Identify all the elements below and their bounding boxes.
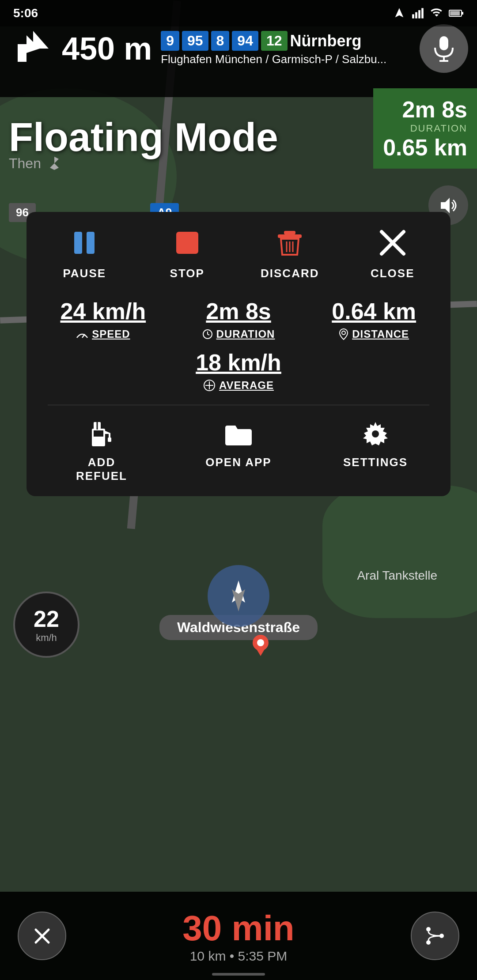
modal-divider [48, 405, 429, 405]
svg-point-42 [426, 927, 431, 931]
close-icon [377, 227, 408, 258]
current-speed: 22 [34, 606, 59, 632]
eta-time: 5:35 PM [238, 949, 288, 963]
then-arrow-icon [45, 155, 63, 172]
svg-rect-29 [108, 437, 111, 442]
route-sign-12: 12 [261, 31, 288, 51]
open-app-button[interactable]: OPEN APP [172, 418, 305, 483]
distance-label-row: DISTANCE [339, 328, 409, 340]
close-icon-container [375, 225, 410, 260]
pause-label: PAUSE [63, 267, 106, 280]
route-options-button[interactable] [411, 912, 459, 960]
microphone-icon [433, 35, 455, 62]
fuel-icon-container [86, 418, 117, 449]
add-refuel-label: ADDREFUEL [76, 456, 127, 483]
duration-label-row: DURATION [202, 328, 275, 340]
stop-icon-container [170, 225, 205, 260]
speed-indicator: 22 km/h [13, 592, 80, 658]
stat-duration: 2m 8s DURATION [175, 298, 302, 340]
svg-point-34 [372, 430, 379, 437]
close-bottom-button[interactable] [18, 912, 66, 960]
svg-point-44 [426, 940, 431, 945]
route-sign-95: 95 [182, 31, 208, 51]
pause-icon [69, 227, 100, 258]
route-options-icon [424, 925, 446, 947]
svg-rect-12 [87, 232, 95, 254]
svg-rect-13 [176, 232, 198, 254]
stop-icon [172, 227, 203, 258]
close-button[interactable]: CLOSE [344, 225, 442, 280]
discard-icon [274, 227, 305, 258]
distance-value: 0.64 km [332, 298, 416, 324]
modal-action-buttons: ADDREFUEL OPEN APP SETTINGS [26, 410, 450, 483]
svg-marker-10 [441, 198, 450, 213]
pin-icon [339, 328, 348, 340]
sub-destination: Flughafen München / Garmisch-P / Salzbu.… [161, 53, 415, 66]
map-pin [252, 634, 269, 658]
svg-rect-2 [418, 10, 420, 19]
eta-dot: • [230, 949, 238, 963]
speed-unit: km/h [36, 632, 57, 644]
fuel-icon [88, 420, 115, 449]
average-value: 18 km/h [196, 349, 281, 376]
gear-icon [361, 420, 390, 449]
route-sign-9: 9 [161, 31, 179, 51]
turn-arrow [9, 26, 53, 71]
clock-icon [202, 329, 213, 339]
svg-rect-6 [450, 11, 460, 15]
discard-label: DISCARD [261, 267, 319, 280]
duration-panel: 2m 8s DURATION 0.65 km [373, 88, 477, 169]
duration-km: 0.65 km [383, 134, 467, 161]
discard-button[interactable]: DISCARD [241, 225, 339, 280]
pause-icon-container [67, 225, 102, 260]
average-label: AVERAGE [219, 379, 274, 392]
speed-value: 24 km/h [61, 298, 146, 324]
pause-button[interactable]: PAUSE [35, 225, 134, 280]
svg-marker-39 [255, 647, 266, 656]
stat-distance: 0.64 km DISTANCE [310, 298, 437, 340]
nav-center-arrow[interactable] [208, 565, 269, 627]
svg-rect-0 [412, 14, 414, 18]
close-bottom-icon [32, 926, 52, 946]
speed-icon [76, 330, 88, 339]
then-label: Then [9, 155, 41, 172]
svg-rect-7 [439, 36, 448, 50]
svg-point-23 [342, 331, 345, 335]
turn-distance: 450 m [62, 30, 152, 67]
svg-rect-1 [415, 12, 417, 19]
modal-panel: PAUSE STOP DISCAR [26, 212, 450, 496]
open-app-label: OPEN APP [205, 456, 271, 469]
folder-icon [223, 421, 254, 447]
duration-value: 2m 8s [206, 298, 271, 324]
navigation-status-icon [393, 7, 405, 19]
stat-average: 18 km/h AVERAGE [40, 349, 437, 392]
destination-name: Nürnberg [290, 32, 362, 50]
eta-details: 10 km • 5:35 PM [182, 949, 294, 964]
route-sign-8: 8 [211, 31, 230, 51]
stat-speed: 24 km/h SPEED [40, 298, 167, 340]
svg-rect-5 [462, 12, 463, 15]
settings-button[interactable]: SETTINGS [309, 418, 442, 483]
duration-label: DURATION [383, 123, 467, 134]
stop-label: STOP [170, 267, 204, 280]
svg-rect-28 [94, 430, 103, 437]
wifi-icon [430, 7, 443, 19]
modal-stats: 24 km/h SPEED 2m 8s DURATION 0.64 [26, 289, 450, 400]
average-icon [203, 379, 216, 392]
route-signs: 9 95 8 94 12 Nürnberg [161, 31, 415, 51]
mic-button[interactable] [420, 24, 468, 73]
settings-label: SETTINGS [343, 456, 408, 469]
add-refuel-button[interactable]: ADDREFUEL [35, 418, 168, 483]
folder-icon-container [223, 418, 254, 449]
signal-icon [412, 7, 424, 19]
compass-arrow-icon [221, 578, 256, 614]
nav-destination-container: 9 95 8 94 12 Nürnberg Flughafen München … [161, 31, 415, 66]
speed-label: SPEED [92, 328, 130, 340]
average-label-row: AVERAGE [203, 379, 274, 392]
close-label: CLOSE [371, 267, 415, 280]
route-sign-94: 94 [232, 31, 258, 51]
floating-mode-label: Floating Mode [9, 115, 278, 160]
swipe-bar [212, 973, 265, 976]
stop-button[interactable]: STOP [138, 225, 237, 280]
aral-label: Aral Tankstelle [357, 569, 437, 583]
